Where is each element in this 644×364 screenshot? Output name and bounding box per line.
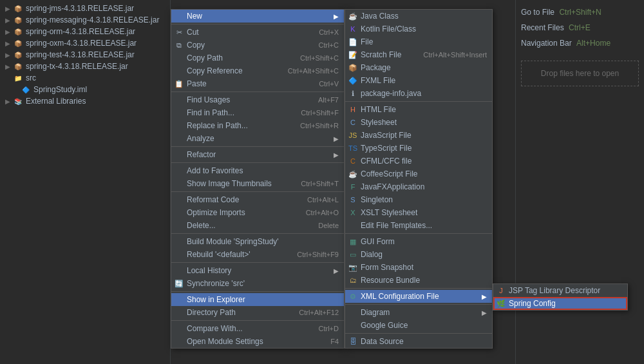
menu-separator <box>345 101 492 102</box>
coffee-icon: ☕ <box>348 169 358 179</box>
menu-item-copy-path[interactable]: Copy Path Ctrl+Shift+C <box>171 52 344 64</box>
menu-label: Reformat Code <box>187 195 297 204</box>
menu-label: JavaFXApplication <box>361 182 487 191</box>
submenu-arrow-icon: ▶ <box>482 309 487 316</box>
menu-item-copy-ref[interactable]: Copy Reference Ctrl+Alt+Shift+C <box>171 64 344 77</box>
menu-item-spring-config[interactable]: 🌿 Spring Config <box>493 297 627 310</box>
menu-item-dir-path[interactable]: Directory Path Ctrl+Alt+F12 <box>171 306 344 319</box>
menu-item-package[interactable]: 📦 Package <box>345 61 492 74</box>
nav-bar-item[interactable]: Navigation Bar Alt+Home <box>521 39 639 48</box>
menu-item-form-snapshot[interactable]: 📷 Form Snapshot <box>345 261 492 274</box>
menu-item-show-thumbnails[interactable]: Show Image Thumbnails Ctrl+Shift+T <box>171 177 344 190</box>
menu-item-scratch-file[interactable]: 📝 Scratch File Ctrl+Alt+Shift+Insert <box>345 48 492 61</box>
tree-item-ext[interactable]: ▶ 📚 External Libraries <box>0 95 170 107</box>
tree-item-spring-msg[interactable]: ▶ 📦 spring-messaging-4.3.18.RELEASE.jar <box>0 14 170 26</box>
menu-item-cut[interactable]: ✂ Cut Ctrl+X <box>171 26 344 39</box>
menu-label: Refactor <box>187 150 331 159</box>
expand-arrow: ▶ <box>5 52 13 59</box>
menu-item-local-history[interactable]: Local History ▶ <box>171 264 344 277</box>
menu-item-file[interactable]: 📄 File <box>345 35 492 48</box>
file-icon: 📄 <box>348 37 358 47</box>
menu-item-xslt[interactable]: X XSLT Stylesheet <box>345 206 492 219</box>
menu-item-edit-templates[interactable]: Edit File Templates... <box>345 219 492 232</box>
menu-item-module-settings[interactable]: Open Module Settings F4 <box>171 335 344 348</box>
tree-item-spring-tx[interactable]: ▶ 📦 spring-tx-4.3.18.RELEASE.jar <box>0 61 170 72</box>
kotlin-icon: K <box>348 24 358 34</box>
expand-arrow: ▶ <box>5 17 13 24</box>
menu-label: JavaScript File <box>361 131 487 140</box>
recent-files-item[interactable]: Recent Files Ctrl+E <box>521 23 639 32</box>
shortcut: Delete <box>318 222 339 229</box>
menu-item-copy[interactable]: ⧉ Copy Ctrl+C <box>171 39 344 52</box>
tree-item-src[interactable]: 📁 src <box>0 72 170 84</box>
sync-icon: 🔄 <box>174 278 184 289</box>
menu-item-add-favorites[interactable]: Add to Favorites <box>171 164 344 177</box>
submenu-arrow-icon: ▶ <box>334 267 339 274</box>
menu-item-sync[interactable]: 🔄 Synchronize 'src' <box>171 277 344 290</box>
menu-item-kotlin-class[interactable]: K Kotlin File/Class <box>345 23 492 35</box>
menu-item-singleton[interactable]: S Singleton <box>345 193 492 206</box>
jar-icon: 📦 <box>13 27 23 36</box>
menu-item-diagram[interactable]: Diagram ▶ <box>345 306 492 319</box>
tree-item-spring-jms[interactable]: ▶ 📦 spring-jms-4.3.18.RELEASE.jar <box>0 3 170 14</box>
context-menu-level3[interactable]: J JSP Tag Library Descriptor 🌿 Spring Co… <box>493 283 628 311</box>
menu-item-new[interactable]: New ▶ <box>171 10 344 23</box>
menu-item-pkginfo[interactable]: ℹ package-info.java <box>345 87 492 100</box>
context-menu-level1[interactable]: New ▶ ✂ Cut Ctrl+X ⧉ Copy Ctrl+C Copy Pa… <box>171 9 345 349</box>
menu-label: CoffeeScript File <box>361 169 487 178</box>
tree-item-label: spring-tx-4.3.18.RELEASE.jar <box>26 62 128 71</box>
menu-item-coffeescript[interactable]: ☕ CoffeeScript File <box>345 168 492 180</box>
menu-item-html[interactable]: H HTML File <box>345 103 492 116</box>
menu-item-analyze[interactable]: Analyze ▶ <box>171 132 344 145</box>
menu-item-paste[interactable]: 📋 Paste Ctrl+V <box>171 77 344 90</box>
menu-item-jsp-tag[interactable]: J JSP Tag Library Descriptor <box>493 284 627 297</box>
menu-item-build-module[interactable]: Build Module 'SpringStudy' <box>171 235 344 248</box>
gui-form-icon: ▦ <box>348 236 358 247</box>
menu-label: Optimize Imports <box>187 208 296 217</box>
shortcut: Ctrl+V <box>319 80 339 88</box>
menu-item-dialog[interactable]: ▭ Dialog <box>345 248 492 261</box>
menu-item-cfml[interactable]: C CFML/CFC file <box>345 155 492 168</box>
menu-item-google-guice[interactable]: Google Guice <box>345 319 492 332</box>
goto-file-item[interactable]: Go to File Ctrl+Shift+N <box>521 8 639 17</box>
menu-separator <box>345 304 492 305</box>
menu-label: Stylesheet <box>361 118 487 127</box>
shortcut: F4 <box>330 338 339 345</box>
expand-arrow: ▶ <box>5 63 13 70</box>
tree-item-spring-orm[interactable]: ▶ 📦 spring-orm-4.3.18.RELEASE.jar <box>0 26 170 37</box>
menu-item-optimize[interactable]: Optimize Imports Ctrl+Alt+O <box>171 206 344 219</box>
tree-item-spring-oxm[interactable]: ▶ 📦 spring-oxm-4.3.18.RELEASE.jar <box>0 37 170 49</box>
menu-item-delete[interactable]: Delete... Delete <box>171 219 344 232</box>
menu-label: Copy Path <box>187 53 290 62</box>
menu-item-compare-with[interactable]: Compare With... Ctrl+D <box>171 322 344 335</box>
menu-item-rebuild[interactable]: Rebuild '<default>' Ctrl+Shift+F9 <box>171 248 344 261</box>
menu-item-refactor[interactable]: Refactor ▶ <box>171 148 344 161</box>
dialog-icon: ▭ <box>348 249 358 260</box>
menu-item-javafx[interactable]: F JavaFXApplication <box>345 180 492 193</box>
menu-item-data-source[interactable]: 🗄 Data Source <box>345 335 492 348</box>
menu-item-show-in-explorer[interactable]: Show in Explorer <box>171 293 344 306</box>
menu-item-find-usages[interactable]: Find Usages Alt+F7 <box>171 93 344 106</box>
context-menu-area: New ▶ ✂ Cut Ctrl+X ⧉ Copy Ctrl+C Copy Pa… <box>171 0 515 364</box>
menu-item-css[interactable]: C Stylesheet <box>345 116 492 129</box>
context-menu-level2[interactable]: ☕ Java Class K Kotlin File/Class 📄 File … <box>345 9 493 349</box>
menu-label: JSP Tag Library Descriptor <box>509 286 622 295</box>
menu-item-ts[interactable]: TS TypeScript File <box>345 142 492 155</box>
menu-item-resource-bundle[interactable]: 🗂 Resource Bundle <box>345 274 492 287</box>
tree-item-label: External Libraries <box>26 97 86 106</box>
menu-item-find-in-path[interactable]: Find in Path... Ctrl+Shift+F <box>171 106 344 119</box>
drop-zone-text: Drop files here to open <box>541 69 619 78</box>
tree-item-spring-test[interactable]: ▶ 📦 spring-test-4.3.18.RELEASE.jar <box>0 49 170 61</box>
menu-item-replace-in-path[interactable]: Replace in Path... Ctrl+Shift+R <box>171 119 344 132</box>
shortcut: Ctrl+Alt+Shift+Insert <box>423 51 487 59</box>
tree-item-iml[interactable]: 🔷 SpringStudy.iml <box>0 84 170 95</box>
menu-item-js[interactable]: JS JavaScript File <box>345 129 492 142</box>
menu-item-reformat[interactable]: Reformat Code Ctrl+Alt+L <box>171 193 344 206</box>
menu-label: Directory Path <box>187 308 289 317</box>
menu-item-gui-form[interactable]: ▦ GUI Form <box>345 235 492 248</box>
menu-item-fxml[interactable]: 🔷 FXML File <box>345 74 492 87</box>
menu-item-java-class[interactable]: ☕ Java Class <box>345 10 492 23</box>
cut-icon: ✂ <box>174 27 184 37</box>
menu-separator <box>171 262 344 263</box>
menu-item-xml-config[interactable]: ⚙ XML Configuration File ▶ <box>345 290 492 303</box>
